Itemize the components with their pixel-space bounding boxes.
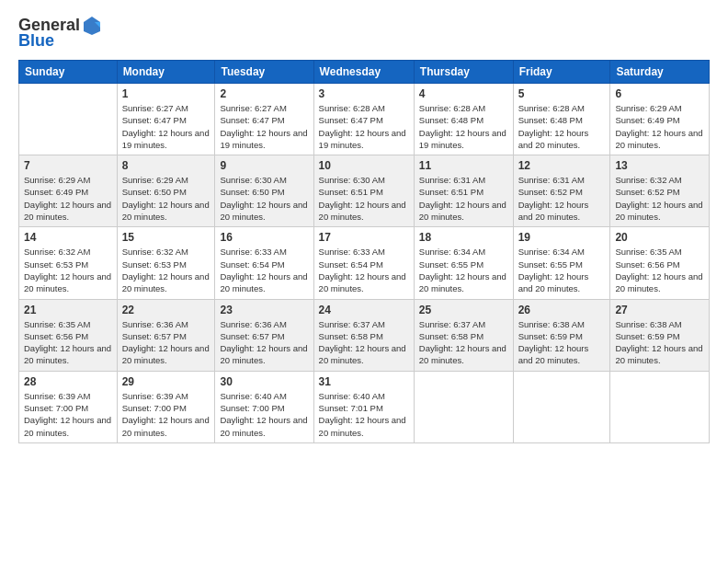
day-info: Sunrise: 6:33 AM Sunset: 6:54 PM Dayligh… xyxy=(319,246,409,294)
day-cell: 14Sunrise: 6:32 AM Sunset: 6:53 PM Dayli… xyxy=(19,227,118,299)
day-number: 29 xyxy=(122,375,210,388)
day-cell: 31Sunrise: 6:40 AM Sunset: 7:01 PM Dayli… xyxy=(313,371,414,442)
column-header-thursday: Thursday xyxy=(414,61,513,84)
logo-icon xyxy=(82,15,102,35)
day-cell: 19Sunrise: 6:34 AM Sunset: 6:55 PM Dayli… xyxy=(513,227,610,299)
day-cell: 23Sunrise: 6:36 AM Sunset: 6:57 PM Dayli… xyxy=(215,299,313,371)
day-cell: 28Sunrise: 6:39 AM Sunset: 7:00 PM Dayli… xyxy=(19,371,118,442)
day-number: 19 xyxy=(518,231,606,244)
day-cell: 11Sunrise: 6:31 AM Sunset: 6:51 PM Dayli… xyxy=(414,155,513,227)
day-info: Sunrise: 6:37 AM Sunset: 6:58 PM Dayligh… xyxy=(319,318,409,367)
day-info: Sunrise: 6:29 AM Sunset: 6:49 PM Dayligh… xyxy=(615,102,704,151)
day-number: 23 xyxy=(220,304,308,316)
day-cell: 17Sunrise: 6:33 AM Sunset: 6:54 PM Dayli… xyxy=(313,227,414,299)
day-number: 22 xyxy=(122,304,210,316)
day-info: Sunrise: 6:35 AM Sunset: 6:56 PM Dayligh… xyxy=(615,246,704,294)
calendar: SundayMondayTuesdayWednesdayThursdayFrid… xyxy=(18,60,710,443)
week-row-3: 14Sunrise: 6:32 AM Sunset: 6:53 PM Dayli… xyxy=(19,227,710,299)
day-cell xyxy=(414,371,513,442)
day-cell: 29Sunrise: 6:39 AM Sunset: 7:00 PM Dayli… xyxy=(117,371,215,442)
day-number: 8 xyxy=(122,159,210,172)
day-cell: 16Sunrise: 6:33 AM Sunset: 6:54 PM Dayli… xyxy=(215,227,313,299)
week-row-4: 21Sunrise: 6:35 AM Sunset: 6:56 PM Dayli… xyxy=(19,299,710,371)
day-cell: 18Sunrise: 6:34 AM Sunset: 6:55 PM Dayli… xyxy=(414,227,513,299)
column-header-friday: Friday xyxy=(513,61,610,84)
day-number: 11 xyxy=(419,159,508,172)
day-cell: 12Sunrise: 6:31 AM Sunset: 6:52 PM Dayli… xyxy=(513,155,610,227)
day-info: Sunrise: 6:37 AM Sunset: 6:58 PM Dayligh… xyxy=(419,318,508,367)
day-number: 3 xyxy=(319,87,409,100)
day-cell: 26Sunrise: 6:38 AM Sunset: 6:59 PM Dayli… xyxy=(513,299,610,371)
day-cell: 1Sunrise: 6:27 AM Sunset: 6:47 PM Daylig… xyxy=(117,84,215,155)
day-info: Sunrise: 6:27 AM Sunset: 6:47 PM Dayligh… xyxy=(220,102,308,151)
day-cell: 15Sunrise: 6:32 AM Sunset: 6:53 PM Dayli… xyxy=(117,227,215,299)
day-cell: 9Sunrise: 6:30 AM Sunset: 6:50 PM Daylig… xyxy=(215,155,313,227)
day-number: 12 xyxy=(518,159,606,172)
column-header-tuesday: Tuesday xyxy=(215,61,313,84)
day-info: Sunrise: 6:29 AM Sunset: 6:50 PM Dayligh… xyxy=(122,174,210,223)
page: General Blue SundayMondayTuesdayWednesda… xyxy=(0,0,728,563)
day-info: Sunrise: 6:38 AM Sunset: 6:59 PM Dayligh… xyxy=(615,318,704,367)
day-cell: 7Sunrise: 6:29 AM Sunset: 6:49 PM Daylig… xyxy=(19,155,118,227)
day-info: Sunrise: 6:34 AM Sunset: 6:55 PM Dayligh… xyxy=(518,246,606,294)
day-info: Sunrise: 6:31 AM Sunset: 6:51 PM Dayligh… xyxy=(419,174,508,223)
day-info: Sunrise: 6:39 AM Sunset: 7:00 PM Dayligh… xyxy=(24,390,112,439)
day-cell: 10Sunrise: 6:30 AM Sunset: 6:51 PM Dayli… xyxy=(313,155,414,227)
day-info: Sunrise: 6:29 AM Sunset: 6:49 PM Dayligh… xyxy=(24,174,112,223)
day-cell: 2Sunrise: 6:27 AM Sunset: 6:47 PM Daylig… xyxy=(215,84,313,155)
day-number: 2 xyxy=(220,87,308,100)
day-info: Sunrise: 6:28 AM Sunset: 6:48 PM Dayligh… xyxy=(518,102,606,151)
day-number: 16 xyxy=(220,231,308,244)
day-number: 4 xyxy=(419,87,508,100)
day-cell: 13Sunrise: 6:32 AM Sunset: 6:52 PM Dayli… xyxy=(610,155,710,227)
day-info: Sunrise: 6:35 AM Sunset: 6:56 PM Dayligh… xyxy=(24,318,112,367)
column-header-monday: Monday xyxy=(117,61,215,84)
logo: General Blue xyxy=(18,15,102,51)
day-number: 30 xyxy=(220,375,308,388)
day-number: 21 xyxy=(24,304,112,316)
header: General Blue xyxy=(18,15,710,51)
day-number: 15 xyxy=(122,231,210,244)
day-number: 7 xyxy=(24,159,112,172)
day-info: Sunrise: 6:30 AM Sunset: 6:50 PM Dayligh… xyxy=(220,174,308,223)
day-cell: 27Sunrise: 6:38 AM Sunset: 6:59 PM Dayli… xyxy=(610,299,710,371)
day-info: Sunrise: 6:36 AM Sunset: 6:57 PM Dayligh… xyxy=(220,318,308,367)
day-number: 13 xyxy=(615,159,704,172)
day-number: 25 xyxy=(419,304,508,316)
day-number: 27 xyxy=(615,304,704,316)
day-info: Sunrise: 6:39 AM Sunset: 7:00 PM Dayligh… xyxy=(122,390,210,439)
day-info: Sunrise: 6:31 AM Sunset: 6:52 PM Dayligh… xyxy=(518,174,606,223)
day-info: Sunrise: 6:30 AM Sunset: 6:51 PM Dayligh… xyxy=(319,174,409,223)
day-number: 28 xyxy=(24,375,112,388)
day-cell: 3Sunrise: 6:28 AM Sunset: 6:47 PM Daylig… xyxy=(313,84,414,155)
day-info: Sunrise: 6:34 AM Sunset: 6:55 PM Dayligh… xyxy=(419,246,508,294)
day-number: 10 xyxy=(319,159,409,172)
day-number: 18 xyxy=(419,231,508,244)
day-info: Sunrise: 6:40 AM Sunset: 7:00 PM Dayligh… xyxy=(220,390,308,439)
day-cell xyxy=(513,371,610,442)
day-info: Sunrise: 6:38 AM Sunset: 6:59 PM Dayligh… xyxy=(518,318,606,367)
day-cell: 21Sunrise: 6:35 AM Sunset: 6:56 PM Dayli… xyxy=(19,299,118,371)
day-info: Sunrise: 6:28 AM Sunset: 6:48 PM Dayligh… xyxy=(419,102,508,151)
day-info: Sunrise: 6:40 AM Sunset: 7:01 PM Dayligh… xyxy=(319,390,409,439)
day-info: Sunrise: 6:32 AM Sunset: 6:52 PM Dayligh… xyxy=(615,174,704,223)
day-number: 26 xyxy=(518,304,606,316)
day-number: 5 xyxy=(518,87,606,100)
column-header-wednesday: Wednesday xyxy=(313,61,414,84)
day-cell: 30Sunrise: 6:40 AM Sunset: 7:00 PM Dayli… xyxy=(215,371,313,442)
day-number: 24 xyxy=(319,304,409,316)
week-row-1: 1Sunrise: 6:27 AM Sunset: 6:47 PM Daylig… xyxy=(19,84,710,155)
day-info: Sunrise: 6:28 AM Sunset: 6:47 PM Dayligh… xyxy=(319,102,409,151)
day-number: 9 xyxy=(220,159,308,172)
week-row-2: 7Sunrise: 6:29 AM Sunset: 6:49 PM Daylig… xyxy=(19,155,710,227)
calendar-header-row: SundayMondayTuesdayWednesdayThursdayFrid… xyxy=(19,61,710,84)
day-number: 17 xyxy=(319,231,409,244)
day-cell: 25Sunrise: 6:37 AM Sunset: 6:58 PM Dayli… xyxy=(414,299,513,371)
column-header-sunday: Sunday xyxy=(19,61,118,84)
day-cell: 5Sunrise: 6:28 AM Sunset: 6:48 PM Daylig… xyxy=(513,84,610,155)
day-number: 1 xyxy=(122,87,210,100)
day-cell xyxy=(610,371,710,442)
day-cell xyxy=(19,84,118,155)
day-cell: 24Sunrise: 6:37 AM Sunset: 6:58 PM Dayli… xyxy=(313,299,414,371)
day-cell: 6Sunrise: 6:29 AM Sunset: 6:49 PM Daylig… xyxy=(610,84,710,155)
